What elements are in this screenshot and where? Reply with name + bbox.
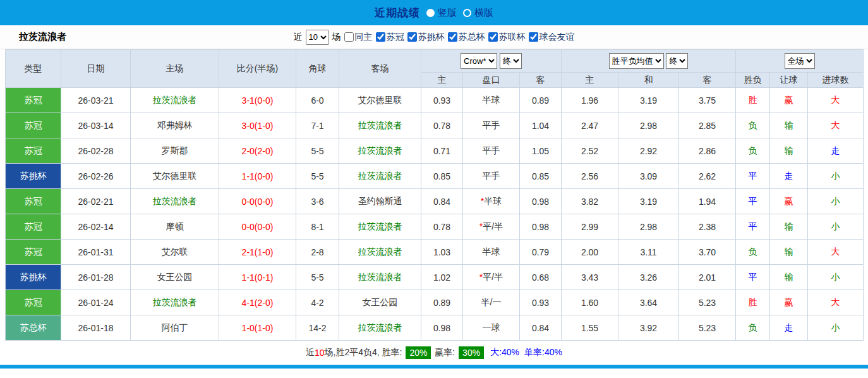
result-wdl: 负 xyxy=(736,240,770,265)
league-filter[interactable]: 苏联杯 xyxy=(488,32,526,43)
result-goals: 大 xyxy=(808,88,864,113)
league-filter-checkbox[interactable] xyxy=(448,32,457,42)
europe-draw-odds: 2.92 xyxy=(618,138,679,164)
europe-period-select[interactable]: 终 xyxy=(666,53,688,69)
league-filter-checkbox[interactable] xyxy=(376,32,385,42)
corner-score: 14-2 xyxy=(296,315,339,341)
scope-select[interactable]: 全场 xyxy=(785,53,815,69)
asia-away-odds: 0.68 xyxy=(520,265,562,290)
europe-home-odds: 2.47 xyxy=(562,113,618,138)
league-filter-checkbox[interactable] xyxy=(529,32,538,42)
home-team: 艾尔联 xyxy=(131,240,219,265)
away-team: 拉茨流浪者 xyxy=(339,138,421,164)
result-handicap: 输 xyxy=(770,214,808,240)
col-header-corner: 角球 xyxy=(296,50,339,88)
handicap-rate-label: 赢率: xyxy=(432,347,457,358)
europe-home-odds: 1.60 xyxy=(562,290,618,315)
radio-vertical-icon[interactable] xyxy=(426,9,435,17)
same-home-checkbox[interactable] xyxy=(344,32,354,42)
results-table: 类型 日期 主场 比分(半场) 角球 客场 Crow* 终 胜平负均值 xyxy=(5,49,864,341)
asia-home-odds: 0.98 xyxy=(421,315,463,341)
asia-odds-group: Crow* 终 xyxy=(421,50,562,73)
league-filter[interactable]: 球会友谊 xyxy=(529,32,575,43)
table-row: 苏总杯26-01-18阿伯丁1-0(1-0)14-2拉茨流浪者0.98一球0.8… xyxy=(6,315,864,341)
win-rate-badge: 20% xyxy=(406,346,431,359)
league-filter[interactable]: 苏挑杯 xyxy=(407,32,445,43)
result-handicap: 走 xyxy=(770,315,808,341)
league-filter-label: 苏总杯 xyxy=(459,32,485,43)
league-filter-label: 苏冠 xyxy=(387,32,404,43)
home-team: 阿伯丁 xyxy=(131,315,219,341)
asia-away-odds: 0.93 xyxy=(520,290,562,315)
summary-count: 10 xyxy=(315,348,325,358)
result-handicap: 输 xyxy=(770,240,808,265)
asia-home-odds: 0.84 xyxy=(421,189,463,214)
col-header-asia-home: 主 xyxy=(421,73,463,88)
league-filter-checkbox[interactable] xyxy=(407,32,417,42)
single-rate: 单率:40% xyxy=(524,347,562,358)
league-filter[interactable]: 苏总杯 xyxy=(448,32,485,43)
table-row: 苏冠26-02-14摩顿0-0(0-0)8-1拉茨流浪者0.78*平/半0.98… xyxy=(6,214,864,240)
summary-prefix: 近 xyxy=(306,347,315,358)
table-row: 苏冠26-01-31艾尔联2-1(1-0)2-8拉茨流浪者1.03半球0.792… xyxy=(6,240,864,265)
league-badge: 苏冠 xyxy=(6,214,61,240)
result-handicap: 走 xyxy=(770,164,808,189)
result-goals: 大 xyxy=(808,240,864,265)
asia-away-odds: 1.05 xyxy=(520,138,562,164)
away-team: 拉茨流浪者 xyxy=(339,214,421,240)
recent-count-select[interactable]: 10 xyxy=(306,30,329,45)
asia-home-odds: 1.03 xyxy=(421,240,463,265)
handicap: 半球 xyxy=(463,88,520,113)
home-team: 拉茨流浪者 xyxy=(131,88,219,113)
away-team: 圣约翰斯通 xyxy=(339,189,421,214)
europe-away-odds: 3.75 xyxy=(679,88,736,113)
same-home-filter[interactable]: 同主 xyxy=(344,32,373,43)
layout-horizontal-option[interactable]: 横版 xyxy=(463,7,493,19)
asia-away-odds: 0.98 xyxy=(520,189,562,214)
result-wdl: 负 xyxy=(736,113,770,138)
result-goals: 大 xyxy=(808,290,864,315)
radio-vertical-label: 竖版 xyxy=(438,7,457,19)
score: 0-0(0-0) xyxy=(219,189,296,214)
col-header-asia-handicap: 盘口 xyxy=(463,73,520,88)
bookmaker-select[interactable]: Crow* xyxy=(461,53,497,69)
league-filter-label: 球会友谊 xyxy=(539,32,575,43)
league-filter[interactable]: 苏冠 xyxy=(376,32,404,43)
result-wdl: 平 xyxy=(736,164,770,189)
layout-vertical-option[interactable]: 竖版 xyxy=(426,7,457,19)
result-wdl: 负 xyxy=(736,315,770,341)
league-badge: 苏冠 xyxy=(6,88,61,113)
table-row: 苏冠26-02-21拉茨流浪者0-0(0-0)3-6圣约翰斯通0.84*半球0.… xyxy=(6,189,864,214)
table-row: 苏冠26-01-24拉茨流浪者4-1(2-0)4-2女王公园0.89半/一0.9… xyxy=(6,290,864,315)
away-team: 拉茨流浪者 xyxy=(339,315,421,341)
handicap: 一球 xyxy=(463,315,520,341)
handicap: *平/半 xyxy=(463,214,520,240)
handicap-star: * xyxy=(479,272,483,282)
match-date: 26-02-26 xyxy=(61,164,131,189)
bottom-bar xyxy=(0,365,868,369)
corner-score: 6-0 xyxy=(296,88,339,113)
handicap: 平手 xyxy=(463,113,520,138)
europe-odds-select[interactable]: 胜平负均值 xyxy=(609,53,664,69)
col-header-eu-draw: 和 xyxy=(618,73,679,88)
col-header-type: 类型 xyxy=(6,50,61,88)
league-filter-checkbox[interactable] xyxy=(488,32,498,42)
corner-score: 4-2 xyxy=(296,290,339,315)
result-goals: 小 xyxy=(808,214,864,240)
europe-home-odds: 2.52 xyxy=(562,138,618,164)
match-date: 26-01-24 xyxy=(61,290,131,315)
summary-record: 场,胜2平4负4, 胜率: xyxy=(325,347,405,358)
home-team: 罗斯郡 xyxy=(131,138,219,164)
corner-score: 7-1 xyxy=(296,113,339,138)
result-goals: 小 xyxy=(808,164,864,189)
radio-horizontal-icon[interactable] xyxy=(463,9,471,17)
score: 2-1(1-0) xyxy=(219,240,296,265)
europe-home-odds: 2.99 xyxy=(562,214,618,240)
table-row: 苏挑杯26-02-26艾尔德里联1-1(0-0)5-5拉茨流浪者0.85平手0.… xyxy=(6,164,864,189)
match-date: 26-03-21 xyxy=(61,88,131,113)
result-goals: 走 xyxy=(808,138,864,164)
away-team: 女王公园 xyxy=(339,290,421,315)
asia-period-select[interactable]: 终 xyxy=(500,53,522,69)
table-row: 苏冠26-02-28罗斯郡2-0(2-0)5-5拉茨流浪者0.71平手1.052… xyxy=(6,138,864,164)
summary-bar: 近10场,胜2平4负4, 胜率: 20% 赢率: 30% 大:40% 单率:40… xyxy=(0,341,868,365)
